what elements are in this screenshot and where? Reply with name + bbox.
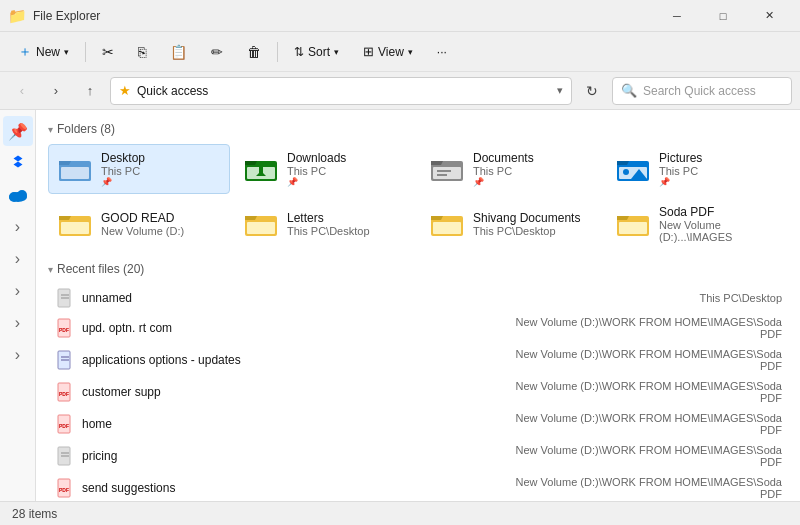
- svg-point-2: [17, 190, 27, 200]
- folder-pictures-info: Pictures This PC 📌: [659, 151, 702, 187]
- svg-marker-13: [431, 161, 443, 165]
- search-icon: 🔍: [621, 83, 637, 98]
- new-button[interactable]: ＋ New ▾: [8, 39, 79, 65]
- svg-rect-24: [61, 222, 89, 234]
- address-box[interactable]: ★ Quick access ▾: [110, 77, 572, 105]
- folder-letters[interactable]: Letters This PC\Desktop: [234, 198, 416, 250]
- statusbar: 28 items: [0, 501, 800, 525]
- view-dropdown-icon: ▾: [408, 47, 413, 57]
- svg-marker-18: [617, 161, 629, 165]
- folder-letters-icon: [243, 206, 279, 242]
- sort-button[interactable]: ⇅ Sort ▾: [284, 41, 349, 63]
- folder-documents-sub: This PC: [473, 165, 534, 177]
- folder-downloads[interactable]: Downloads This PC 📌: [234, 144, 416, 194]
- maximize-button[interactable]: □: [700, 0, 746, 32]
- quick-access-sidebar-icon[interactable]: 📌: [3, 116, 33, 146]
- expand-2-icon[interactable]: ›: [3, 244, 33, 274]
- file-pdf-icon: PDF: [54, 414, 74, 434]
- close-button[interactable]: ✕: [746, 0, 792, 32]
- folder-documents[interactable]: Documents This PC 📌: [420, 144, 602, 194]
- recent-chevron-icon: ▾: [48, 264, 53, 275]
- search-box[interactable]: 🔍 Search Quick access: [612, 77, 792, 105]
- toolbar: ＋ New ▾ ✂ ⎘ 📋 ✏ 🗑 ⇅ Sort ▾ ⊞ View ▾ ···: [0, 32, 800, 72]
- folder-desktop-info: Desktop This PC 📌: [101, 151, 145, 187]
- file-path: New Volume (D:)\WORK FROM HOME\IMAGES\So…: [502, 412, 782, 436]
- folder-shivang-info: Shivang Documents This PC\Desktop: [473, 211, 580, 237]
- back-button[interactable]: ‹: [8, 77, 36, 105]
- file-row[interactable]: pricing New Volume (D:)\WORK FROM HOME\I…: [48, 440, 788, 472]
- sidebar: 📌 › › › › ›: [0, 110, 36, 501]
- svg-rect-15: [437, 170, 451, 172]
- folders-section-header[interactable]: ▾ Folders (8): [48, 122, 788, 136]
- folder-pictures[interactable]: Pictures This PC 📌: [606, 144, 788, 194]
- expand-5-icon[interactable]: ›: [3, 340, 33, 370]
- sep2: [277, 42, 278, 62]
- dropbox-sidebar-icon[interactable]: [3, 148, 33, 178]
- file-path: New Volume (D:)\WORK FROM HOME\IMAGES\So…: [502, 348, 782, 372]
- svg-rect-30: [433, 222, 461, 234]
- copy-button[interactable]: ⎘: [128, 40, 156, 64]
- svg-text:PDF: PDF: [59, 423, 69, 429]
- svg-text:PDF: PDF: [59, 327, 69, 333]
- expand-4-icon[interactable]: ›: [3, 308, 33, 338]
- folder-documents-info: Documents This PC 📌: [473, 151, 534, 187]
- forward-button[interactable]: ›: [42, 77, 70, 105]
- files-list: unnamed This PC\Desktop PDF upd. optn. r…: [48, 284, 788, 501]
- svg-rect-33: [619, 222, 647, 234]
- file-row[interactable]: PDF send suggestions New Volume (D:)\WOR…: [48, 472, 788, 501]
- view-icon: ⊞: [363, 44, 374, 59]
- file-row[interactable]: PDF customer supp New Volume (D:)\WORK F…: [48, 376, 788, 408]
- folder-pictures-icon: [615, 151, 651, 187]
- folder-downloads-name: Downloads: [287, 151, 346, 165]
- svg-rect-11: [259, 167, 263, 175]
- folder-pictures-name: Pictures: [659, 151, 702, 165]
- folder-documents-name: Documents: [473, 151, 534, 165]
- delete-button[interactable]: 🗑: [237, 40, 271, 64]
- address-text: Quick access: [137, 84, 551, 98]
- svg-text:PDF: PDF: [59, 391, 69, 397]
- rename-button[interactable]: ✏: [201, 40, 233, 64]
- rename-icon: ✏: [211, 44, 223, 60]
- folder-soda-pdf-name: Soda PDF: [659, 205, 779, 219]
- folder-good-read[interactable]: GOOD READ New Volume (D:): [48, 198, 230, 250]
- file-path: New Volume (D:)\WORK FROM HOME\IMAGES\So…: [502, 380, 782, 404]
- folder-good-read-name: GOOD READ: [101, 211, 184, 225]
- new-dropdown-icon: ▾: [64, 47, 69, 57]
- file-doc-icon: [54, 288, 74, 308]
- folder-desktop-icon: [57, 151, 93, 187]
- folder-documents-pin: 📌: [473, 177, 534, 187]
- refresh-button[interactable]: ↻: [578, 77, 606, 105]
- file-row[interactable]: PDF upd. optn. rt com New Volume (D:)\WO…: [48, 312, 788, 344]
- file-name: upd. optn. rt com: [82, 321, 494, 335]
- svg-marker-5: [59, 161, 71, 165]
- file-row[interactable]: PDF home New Volume (D:)\WORK FROM HOME\…: [48, 408, 788, 440]
- onedrive-sidebar-icon[interactable]: [3, 180, 33, 210]
- cut-button[interactable]: ✂: [92, 40, 124, 64]
- file-row[interactable]: unnamed This PC\Desktop: [48, 284, 788, 312]
- svg-marker-23: [59, 216, 71, 220]
- address-dropdown-icon[interactable]: ▾: [557, 84, 563, 97]
- file-docx-icon: [54, 350, 74, 370]
- sort-dropdown-icon: ▾: [334, 47, 339, 57]
- folder-pictures-sub: This PC: [659, 165, 702, 177]
- folder-soda-pdf[interactable]: Soda PDF New Volume (D:)...\IMAGES: [606, 198, 788, 250]
- expand-1-icon[interactable]: ›: [3, 212, 33, 242]
- up-button[interactable]: ↑: [76, 77, 104, 105]
- folders-grid: Desktop This PC 📌 Downloads This PC 📌: [48, 144, 788, 250]
- expand-3-icon[interactable]: ›: [3, 276, 33, 306]
- svg-marker-8: [245, 161, 257, 165]
- folder-shivang-sub: This PC\Desktop: [473, 225, 580, 237]
- paste-button[interactable]: 📋: [160, 40, 197, 64]
- view-button[interactable]: ⊞ View ▾: [353, 40, 423, 63]
- folder-shivang[interactable]: Shivang Documents This PC\Desktop: [420, 198, 602, 250]
- more-button[interactable]: ···: [427, 41, 457, 63]
- minimize-button[interactable]: ─: [654, 0, 700, 32]
- folder-desktop[interactable]: Desktop This PC 📌: [48, 144, 230, 194]
- paste-icon: 📋: [170, 44, 187, 60]
- file-row[interactable]: applications options - updates New Volum…: [48, 344, 788, 376]
- svg-rect-16: [437, 174, 447, 176]
- recent-section-header[interactable]: ▾ Recent files (20): [48, 262, 788, 276]
- titlebar-controls: ─ □ ✕: [654, 0, 792, 32]
- star-icon: ★: [119, 83, 131, 98]
- sort-icon: ⇅: [294, 45, 304, 59]
